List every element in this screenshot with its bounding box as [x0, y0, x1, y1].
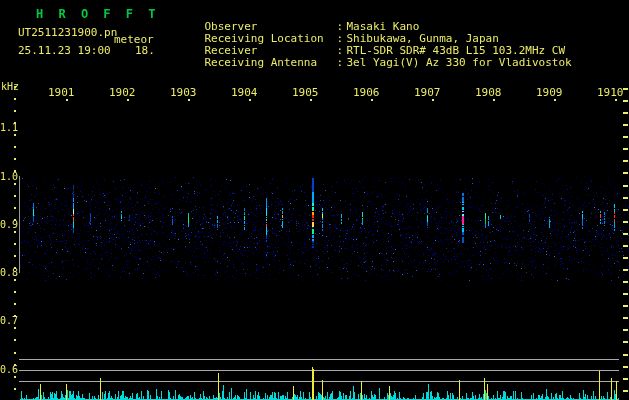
info-row-antenna: Receiving Antenna:3el Yagi(V) Az 330 for… — [178, 43, 572, 82]
freq-axis-label: 0.7 — [0, 315, 18, 326]
datetime: 25.11.23 19:00 — [18, 44, 111, 57]
time-axis-label: 1910 — [597, 86, 624, 99]
freq-axis-label: 0.8 — [0, 267, 18, 278]
time-axis-label: 1903 — [170, 86, 197, 99]
app-title: H R O F F T — [36, 7, 159, 21]
freq-unit-label: kHz — [1, 81, 19, 92]
info-value: 3el Yagi(V) Az 330 for Vladivostok — [347, 56, 572, 69]
echo-count: 18. — [135, 44, 155, 57]
freq-axis-label: 0.9 — [0, 219, 18, 230]
time-axis-label: 1907 — [414, 86, 441, 99]
colon-separator: : — [337, 56, 347, 69]
filename: UT2511231900.pn — [18, 26, 117, 39]
freq-axis-label: 1.0 — [0, 171, 18, 182]
info-label: Receiving Antenna — [205, 56, 337, 69]
time-axis-label: 1908 — [475, 86, 502, 99]
time-axis-label: 1905 — [292, 86, 319, 99]
hrofft-screen: H R O F F T UT2511231900.pn meteor 25.11… — [0, 0, 629, 400]
time-axis-label: 1901 — [48, 86, 75, 99]
time-axis-label: 1906 — [353, 86, 380, 99]
time-axis-label: 1902 — [109, 86, 136, 99]
freq-axis-label: 1.1 — [0, 122, 18, 133]
freq-axis-label: 0.6 — [0, 364, 18, 375]
time-axis-label: 1904 — [231, 86, 258, 99]
time-axis-label: 1909 — [536, 86, 563, 99]
